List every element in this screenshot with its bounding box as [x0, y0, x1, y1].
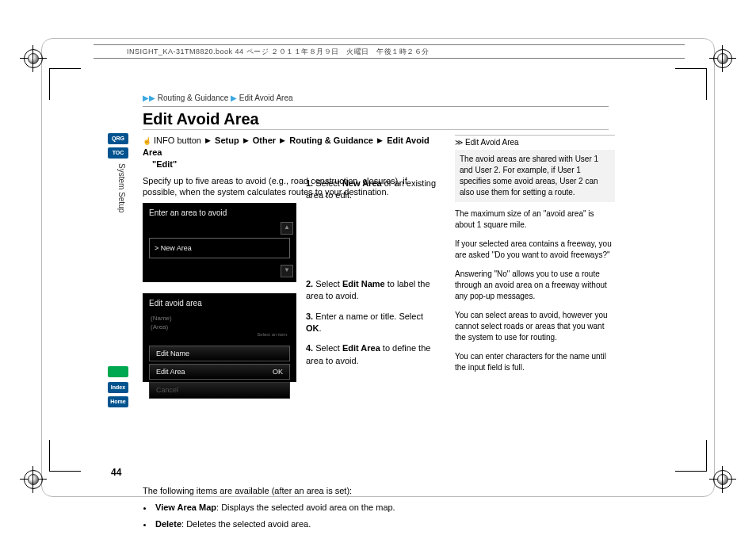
side-tab-voice[interactable]: [108, 366, 128, 377]
screen-hint: Select an item.: [143, 331, 296, 338]
item-desc: : Deletes the selected avoid area.: [181, 519, 311, 529]
path-setup: Setup: [215, 136, 239, 145]
right-p4: Answering "No" allows you to use a route…: [455, 269, 615, 302]
step-3: 3. Enter a name or title. Select OK.: [306, 311, 439, 335]
side-tab-toc[interactable]: TOC: [108, 147, 128, 159]
scroll-up-icon: ▲: [281, 222, 293, 235]
step-2: 2. Select Edit Name to label the area to…: [306, 278, 439, 303]
path-lead: INFO button: [154, 136, 201, 145]
info-icon: ☝: [143, 137, 151, 145]
item-title: Delete: [155, 519, 181, 529]
right-p6: You can enter characters for the name un…: [455, 351, 615, 373]
screenshot-enter-area: Enter an area to avoid > New Area ▲ ▼: [143, 203, 296, 282]
side-section-label: System Setup: [117, 163, 126, 212]
registration-mark-bl: [24, 470, 43, 489]
crop-mark-tl: [49, 68, 81, 100]
screen-title: Enter an area to avoid: [143, 203, 296, 224]
triangle-icon: ▶: [376, 136, 384, 144]
crumb-a: Routing & Guidance: [158, 94, 229, 102]
rule: [143, 129, 609, 130]
triangle-icon: ▶: [242, 136, 250, 144]
path-other: Other: [253, 136, 276, 145]
screenshot-edit-avoid-area: Edit avoid area (Name) (Area) Select an …: [143, 293, 296, 382]
side-tab-index[interactable]: Index: [108, 382, 128, 393]
right-p3: If your selected area contains a freeway…: [455, 239, 615, 261]
step-4: 4. Select Edit Area to define the area t…: [306, 342, 439, 367]
triangle-icon: ▶▶: [143, 94, 155, 102]
step-1: 1. Select New Area or an existing area t…: [306, 178, 439, 202]
side-tab-home[interactable]: Home: [108, 396, 128, 407]
scrollbar: ▲ ▼: [281, 222, 292, 277]
registration-mark-tl: [24, 49, 43, 68]
screen-btn-edit-area: Edit AreaOK: [149, 364, 290, 380]
crop-mark-br: [675, 440, 707, 472]
screen-btn-edit-name: Edit Name: [149, 346, 290, 361]
registration-mark-tr: [713, 49, 732, 68]
screen-meta-name: (Name): [151, 315, 172, 322]
rule: [143, 106, 609, 107]
right-header: ≫Edit Avoid Area: [455, 135, 615, 150]
scroll-down-icon: ▼: [281, 265, 293, 277]
right-p5: You can select areas to avoid, however y…: [455, 310, 615, 343]
list-item: Delete: Deletes the selected avoid area.: [154, 518, 441, 530]
screen-title: Edit avoid area: [143, 293, 296, 314]
registration-mark-br: [713, 470, 732, 489]
right-header-text: Edit Avoid Area: [465, 138, 519, 147]
side-tab-qrg[interactable]: QRG: [108, 133, 128, 144]
crop-mark-bl: [49, 440, 81, 472]
right-p2: The maximum size of an "avoid area" is a…: [455, 208, 615, 231]
list-item: View Area Map: Displays the selected avo…: [154, 502, 441, 514]
page-number: 44: [111, 467, 121, 478]
nav-path: ☝ INFO button ▶ Setup ▶ Other ▶ Routing …: [143, 135, 441, 170]
item-desc: : Displays the selected avoid area on th…: [216, 503, 395, 512]
path-edit: "Edit": [143, 159, 177, 169]
crop-mark-tr: [675, 68, 707, 100]
triangle-icon: ▶: [231, 94, 237, 102]
triangle-icon: ▶: [204, 136, 212, 144]
book-info-text: INSIGHT_KA-31TM8820.book 44 ページ ２０１１年８月９…: [94, 48, 430, 55]
triangle-icon: ▶: [278, 136, 287, 144]
right-note-box: The avoid areas are shared with User 1 a…: [455, 150, 615, 202]
screen-row-new-area: > New Area: [149, 238, 290, 258]
item-title: View Area Map: [155, 503, 216, 512]
note-icon: ≫: [455, 137, 463, 148]
crumb-b: Edit Avoid Area: [239, 94, 293, 102]
screen-btn-cancel: Cancel: [149, 382, 290, 398]
breadcrumb: ▶▶ Routing & Guidance ▶ Edit Avoid Area: [143, 94, 293, 102]
after-list: View Area Map: Displays the selected avo…: [143, 502, 441, 530]
screen-meta-area: (Area): [151, 323, 168, 331]
section-title: Edit Avoid Area: [143, 110, 259, 128]
after-lead: The following items are available (after…: [143, 485, 441, 497]
path-routing: Routing & Guidance: [289, 136, 373, 145]
book-header: INSIGHT_KA-31TM8820.book 44 ページ ２０１１年８月９…: [94, 44, 685, 59]
